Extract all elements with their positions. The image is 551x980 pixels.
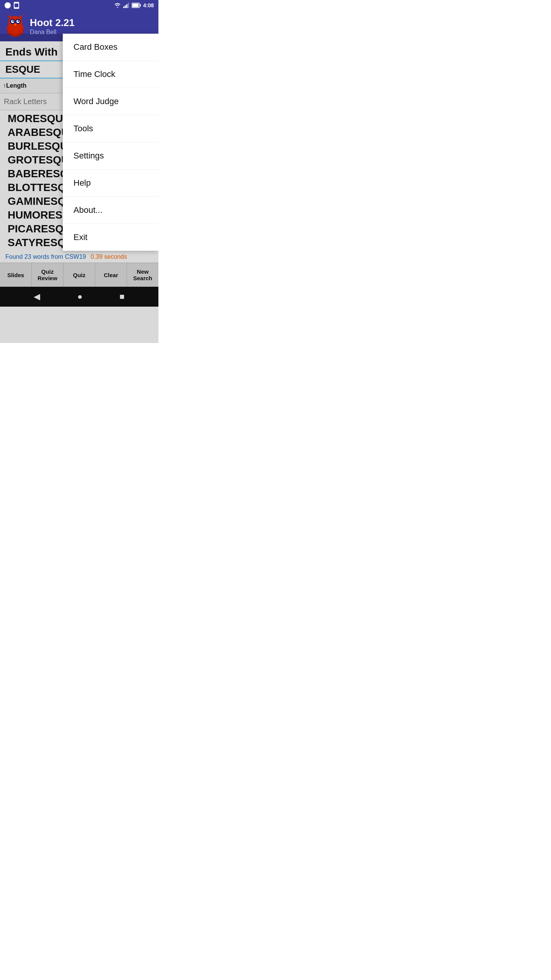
header-text: Hoot 2.21 Dana Bell: [30, 17, 75, 36]
recording-icon: [5, 2, 11, 8]
menu-item-tools[interactable]: Tools: [63, 115, 158, 142]
sim-icon: [13, 2, 20, 9]
status-left: [5, 2, 20, 9]
battery-icon: [132, 3, 141, 8]
header-title: Hoot 2.21: [30, 17, 75, 29]
menu-item-exit[interactable]: Exit: [63, 224, 158, 251]
dropdown-menu: Card Boxes Time Clock Word Judge Tools S…: [63, 34, 158, 251]
menu-item-card-boxes[interactable]: Card Boxes: [63, 34, 158, 61]
wifi-icon: [114, 3, 121, 8]
svg-rect-3: [125, 5, 126, 8]
svg-point-17: [12, 20, 14, 22]
menu-item-word-judge[interactable]: Word Judge: [63, 88, 158, 115]
svg-rect-1: [15, 3, 18, 7]
status-bar: 4:08: [0, 0, 158, 11]
menu-item-help[interactable]: Help: [63, 170, 158, 197]
signal-icon: [123, 3, 129, 8]
menu-item-time-clock[interactable]: Time Clock: [63, 61, 158, 88]
svg-rect-7: [140, 4, 141, 7]
menu-item-about[interactable]: About...: [63, 197, 158, 224]
svg-rect-4: [126, 4, 127, 8]
clock-display: 4:08: [143, 2, 154, 8]
svg-rect-2: [123, 7, 124, 8]
svg-rect-5: [128, 3, 129, 8]
menu-item-settings[interactable]: Settings: [63, 142, 158, 170]
svg-rect-8: [132, 4, 139, 7]
status-right: 4:08: [114, 2, 154, 8]
svg-point-18: [18, 20, 19, 22]
dropdown-overlay: Card Boxes Time Clock Word Judge Tools S…: [0, 34, 158, 343]
